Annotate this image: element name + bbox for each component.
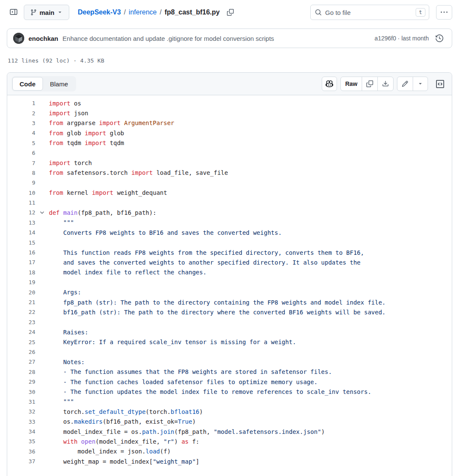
line-number[interactable]: 37 — [7, 458, 35, 465]
code-line: 2import json — [7, 108, 452, 118]
avatar[interactable] — [13, 33, 24, 44]
code-line: 19 — [7, 277, 452, 287]
line-number[interactable]: 16 — [7, 249, 35, 256]
copy-file-button[interactable] — [362, 77, 377, 91]
code-line: 24 Raises: — [7, 327, 452, 337]
symbols-panel-button[interactable] — [432, 77, 448, 91]
kebab-horizontal-icon — [441, 9, 448, 16]
raw-copy-download-group: Raw — [340, 77, 394, 91]
more-options-button[interactable] — [436, 5, 452, 20]
code-line: 5from tqdm import tqdm — [7, 138, 452, 148]
line-number[interactable]: 26 — [7, 349, 35, 355]
line-number[interactable]: 35 — [7, 438, 35, 445]
line-number[interactable]: 25 — [7, 339, 35, 345]
code-line: 33 os.makedirs(bf16_path, exist_ok=True) — [7, 417, 452, 427]
line-number[interactable]: 33 — [7, 419, 35, 425]
line-number[interactable]: 7 — [7, 160, 35, 166]
code-blame-switcher: Code Blame — [11, 76, 76, 91]
line-number[interactable]: 10 — [7, 190, 35, 196]
edit-dropdown-button[interactable] — [413, 77, 428, 91]
search-icon — [315, 9, 322, 16]
raw-button[interactable]: Raw — [341, 77, 362, 91]
line-number[interactable]: 9 — [7, 180, 35, 186]
line-number[interactable]: 18 — [7, 269, 35, 276]
code-line: 8from safetensors.torch import load_file… — [7, 168, 452, 178]
commit-author[interactable]: enochkan — [28, 35, 58, 42]
commit-message[interactable]: Enhance documentation and update .gitign… — [62, 35, 370, 42]
code-line: 16 This function reads FP8 weights from … — [7, 248, 452, 257]
breadcrumb: DeepSeek-V3 / inference / fp8_cast_bf16.… — [78, 6, 236, 18]
line-number[interactable]: 3 — [7, 120, 35, 126]
code-line: 35 with open(model_index_file, "r") as f… — [7, 436, 452, 446]
code-line-text: bf16_path (str): The path to the directo… — [49, 309, 385, 316]
line-number[interactable]: 21 — [7, 299, 35, 305]
line-number[interactable]: 28 — [7, 369, 35, 375]
line-number[interactable]: 23 — [7, 319, 35, 325]
code-line: 7import torch — [7, 158, 452, 168]
line-number[interactable]: 11 — [7, 200, 35, 206]
expand-file-tree-button[interactable] — [7, 6, 20, 19]
chevron-down-icon — [57, 9, 63, 15]
fold-chevron-icon[interactable] — [35, 210, 49, 216]
line-number[interactable]: 24 — [7, 329, 35, 335]
copilot-icon — [326, 80, 333, 88]
code-line-text: Args: — [49, 289, 81, 296]
code-line: 25 KeyError: If a required scale_inv ten… — [7, 337, 452, 347]
code-line-text: model_index_file = os.path.join(fp8_path… — [49, 428, 325, 435]
breadcrumb-separator: / — [124, 9, 125, 16]
code-line-text: Notes: — [49, 359, 85, 365]
keyboard-shortcut-badge: t — [416, 8, 425, 17]
edit-file-button[interactable] — [397, 77, 413, 91]
triangle-down-icon — [417, 81, 423, 87]
code-line: 10from kernel import weight_dequant — [7, 188, 452, 198]
line-number[interactable]: 15 — [7, 239, 35, 246]
branch-selector-button[interactable]: main — [24, 5, 69, 20]
tab-code[interactable]: Code — [12, 77, 43, 91]
sidebar-expand-icon — [10, 8, 17, 17]
line-number[interactable]: 20 — [7, 289, 35, 296]
line-number[interactable]: 4 — [7, 130, 35, 136]
latest-commit-bar[interactable]: enochkan Enhance documentation and updat… — [7, 29, 452, 48]
code-line-text: and saves the converted weights to anoth… — [49, 259, 360, 266]
line-number[interactable]: 5 — [7, 140, 35, 146]
line-number[interactable]: 22 — [7, 309, 35, 315]
line-number[interactable]: 32 — [7, 408, 35, 415]
line-number[interactable]: 2 — [7, 110, 35, 117]
line-number[interactable]: 6 — [7, 150, 35, 156]
line-number[interactable]: 30 — [7, 389, 35, 395]
line-number[interactable]: 14 — [7, 229, 35, 236]
code-line-text: KeyError: If a required scale_inv tensor… — [49, 339, 296, 345]
breadcrumb-repo-link[interactable]: DeepSeek-V3 — [78, 9, 121, 16]
line-number[interactable]: 12 — [7, 209, 35, 216]
breadcrumb-dir-link[interactable]: inference — [129, 9, 157, 16]
line-number[interactable]: 8 — [7, 170, 35, 176]
line-number[interactable]: 36 — [7, 448, 35, 455]
code-line: 11 — [7, 198, 452, 208]
line-number[interactable]: 13 — [7, 219, 35, 226]
download-button[interactable] — [377, 77, 393, 91]
line-number[interactable]: 29 — [7, 379, 35, 385]
code-line: 15 — [7, 237, 452, 247]
code-line: 3from argparse import ArgumentParser — [7, 118, 452, 128]
tab-blame[interactable]: Blame — [43, 77, 76, 91]
code-line: 26 — [7, 347, 452, 357]
line-number[interactable]: 34 — [7, 428, 35, 435]
code-line-text: from kernel import weight_dequant — [49, 189, 167, 196]
line-number[interactable]: 17 — [7, 259, 35, 265]
line-number[interactable]: 19 — [7, 279, 35, 285]
go-to-file-search[interactable]: t — [310, 5, 429, 20]
code-line: 12def main(fp8_path, bf16_path): — [7, 208, 452, 217]
code-line: 30 - The function updates the model inde… — [7, 387, 452, 396]
line-number[interactable]: 1 — [7, 100, 35, 106]
code-line-text: from safetensors.torch import load_file,… — [49, 169, 228, 176]
commit-sha-and-time[interactable]: a1296f0 · last month — [374, 35, 429, 42]
go-to-file-input[interactable] — [325, 9, 412, 16]
code-line: 32 torch.set_default_dtype(torch.bfloat1… — [7, 407, 452, 416]
code-line: 1import os — [7, 98, 452, 108]
line-number[interactable]: 27 — [7, 359, 35, 365]
commit-history-button[interactable] — [433, 32, 446, 45]
copilot-button[interactable] — [322, 77, 337, 91]
line-number[interactable]: 31 — [7, 399, 35, 405]
copy-path-button[interactable] — [224, 6, 236, 18]
code-panel: Code Blame Raw — [7, 72, 452, 476]
